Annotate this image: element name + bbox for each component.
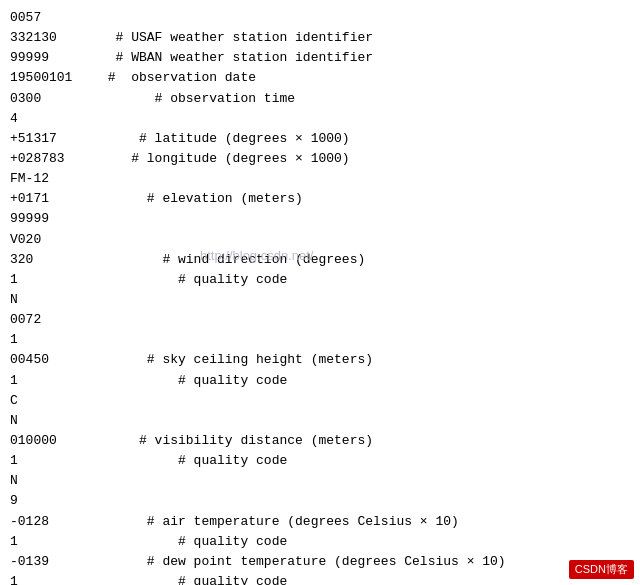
- code-comment: # wind direction (degrees): [100, 250, 365, 270]
- table-row: -0128 # air temperature (degrees Celsius…: [10, 512, 630, 532]
- code-comment: # quality code: [100, 532, 287, 552]
- code-value: 332130: [10, 28, 100, 48]
- table-row: 99999 # WBAN weather station identifier: [10, 48, 630, 68]
- code-value: 99999: [10, 48, 100, 68]
- code-comment: # air temperature (degrees Celsius × 10): [100, 512, 459, 532]
- code-comment: # elevation (meters): [100, 189, 303, 209]
- code-value: 9: [10, 491, 100, 511]
- code-value: 320: [10, 250, 100, 270]
- table-row: 1 # quality code: [10, 451, 630, 471]
- code-comment: # sky ceiling height (meters): [100, 350, 373, 370]
- code-comment: # quality code: [100, 572, 287, 585]
- code-value: V020: [10, 230, 100, 250]
- code-value: 0072: [10, 310, 100, 330]
- code-block: 0057332130 # USAF weather station identi…: [0, 0, 640, 585]
- table-row: +0171 # elevation (meters): [10, 189, 630, 209]
- table-row: 320 # wind direction (degrees): [10, 250, 630, 270]
- code-value: C: [10, 391, 100, 411]
- code-value: N: [10, 411, 100, 431]
- code-value: -0128: [10, 512, 100, 532]
- table-row: 00450 # sky ceiling height (meters): [10, 350, 630, 370]
- table-row: 0057: [10, 8, 630, 28]
- code-comment: # quality code: [100, 270, 287, 290]
- table-row: 9: [10, 491, 630, 511]
- table-row: 332130 # USAF weather station identifier: [10, 28, 630, 48]
- code-comment: # quality code: [100, 371, 287, 391]
- code-value: 1: [10, 532, 100, 552]
- table-row: +028783 # longitude (degrees × 1000): [10, 149, 630, 169]
- table-row: -0139 # dew point temperature (degrees C…: [10, 552, 630, 572]
- code-value: 4: [10, 109, 100, 129]
- table-row: 0300 # observation time: [10, 89, 630, 109]
- code-value: 1: [10, 270, 100, 290]
- code-comment: # latitude (degrees × 1000): [100, 129, 350, 149]
- table-row: 1 # quality code: [10, 270, 630, 290]
- csdn-badge: CSDN博客: [569, 560, 634, 579]
- code-comment: # observation time: [100, 89, 295, 109]
- table-row: C: [10, 391, 630, 411]
- code-value: 0300: [10, 89, 100, 109]
- code-comment: # WBAN weather station identifier: [100, 48, 373, 68]
- code-value: N: [10, 290, 100, 310]
- table-row: 1 # quality code: [10, 371, 630, 391]
- code-comment: # USAF weather station identifier: [100, 28, 373, 48]
- table-row: N: [10, 411, 630, 431]
- code-value: N: [10, 471, 100, 491]
- code-value: 1: [10, 451, 100, 471]
- code-comment: # dew point temperature (degrees Celsius…: [100, 552, 506, 572]
- table-row: 19500101 # observation date: [10, 68, 630, 88]
- table-row: FM-12: [10, 169, 630, 189]
- code-value: 00450: [10, 350, 100, 370]
- code-value: -0139: [10, 552, 100, 572]
- code-value: 1: [10, 371, 100, 391]
- table-row: 1: [10, 330, 630, 350]
- table-row: N: [10, 290, 630, 310]
- code-value: 1: [10, 330, 100, 350]
- table-row: N: [10, 471, 630, 491]
- code-value: 19500101: [10, 68, 100, 88]
- table-row: 010000 # visibility distance (meters): [10, 431, 630, 451]
- code-value: 99999: [10, 209, 100, 229]
- table-row: 4: [10, 109, 630, 129]
- code-value: 0057: [10, 8, 100, 28]
- table-row: 0072: [10, 310, 630, 330]
- code-comment: # observation date: [100, 68, 256, 88]
- code-value: FM-12: [10, 169, 100, 189]
- code-value: 1: [10, 572, 100, 585]
- code-value: +0171: [10, 189, 100, 209]
- table-row: 1 # quality code: [10, 572, 630, 585]
- code-comment: # visibility distance (meters): [100, 431, 373, 451]
- code-value: +51317: [10, 129, 100, 149]
- code-comment: # quality code: [100, 451, 287, 471]
- table-row: +51317 # latitude (degrees × 1000): [10, 129, 630, 149]
- table-row: 99999: [10, 209, 630, 229]
- table-row: V020: [10, 230, 630, 250]
- code-value: +028783: [10, 149, 100, 169]
- code-value: 010000: [10, 431, 100, 451]
- code-comment: # longitude (degrees × 1000): [100, 149, 350, 169]
- table-row: 1 # quality code: [10, 532, 630, 552]
